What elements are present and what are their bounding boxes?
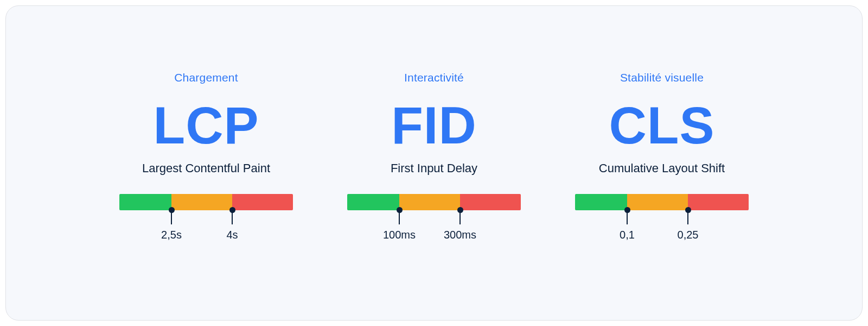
threshold-marker: 0,25	[672, 207, 704, 241]
threshold-marker: 300ms	[444, 207, 476, 241]
marker-label: 0,25	[678, 229, 699, 241]
marker-stem	[459, 212, 461, 224]
metric-fullname: Cumulative Layout Shift	[599, 161, 725, 175]
marker-label: 2,5s	[161, 229, 182, 241]
threshold-marker: 4s	[216, 207, 248, 241]
marker-stem	[627, 212, 628, 224]
metric-fullname: First Input Delay	[391, 161, 477, 175]
metric-lcp: Chargement LCP Largest Contentful Paint …	[119, 71, 293, 320]
web-vitals-card: Chargement LCP Largest Contentful Paint …	[5, 5, 863, 321]
marker-stem	[399, 212, 400, 224]
metric-category: Chargement	[174, 71, 238, 84]
marker-stem	[687, 212, 688, 224]
metric-abbr: CLS	[609, 99, 715, 152]
marker-label: 300ms	[444, 229, 476, 241]
metric-abbr: LCP	[154, 99, 259, 152]
marker-label: 0,1	[620, 229, 635, 241]
threshold-gauge: 2,5s 4s	[119, 194, 293, 210]
metric-category: Stabilité visuelle	[620, 71, 704, 84]
threshold-gauge: 0,1 0,25	[575, 194, 749, 210]
threshold-marker: 2,5s	[155, 207, 188, 241]
threshold-marker: 0,1	[611, 207, 643, 241]
metric-abbr: FID	[391, 99, 477, 152]
metric-fid: Interactivité FID First Input Delay 100m…	[347, 71, 521, 320]
metric-fullname: Largest Contentful Paint	[142, 161, 270, 175]
marker-label: 4s	[226, 229, 238, 241]
marker-stem	[232, 212, 233, 224]
marker-stem	[171, 212, 172, 224]
marker-label: 100ms	[383, 229, 416, 241]
metric-cls: Stabilité visuelle CLS Cumulative Layout…	[575, 71, 749, 320]
metric-category: Interactivité	[404, 71, 464, 84]
threshold-gauge: 100ms 300ms	[347, 194, 521, 210]
threshold-marker: 100ms	[383, 207, 416, 241]
